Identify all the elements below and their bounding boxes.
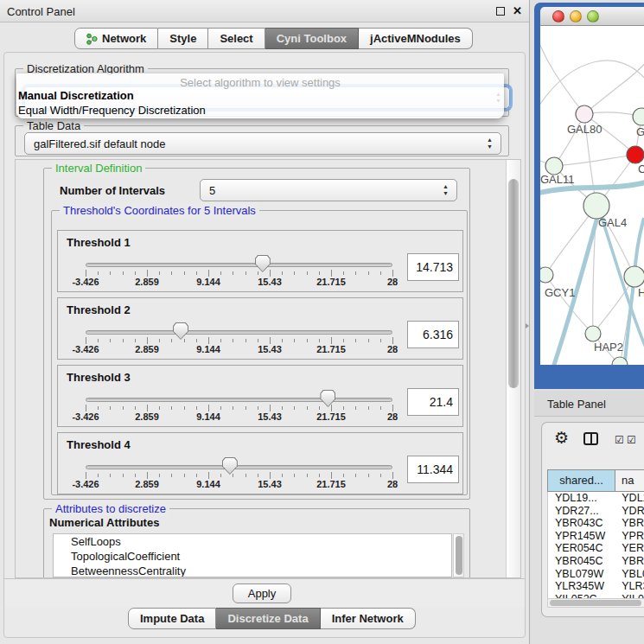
checkbox-icon[interactable]: ☑ [615,434,624,446]
dropdown-option-manual[interactable]: Manual Discretization [18,89,134,102]
table-row[interactable]: YER054CYER0 [548,542,644,555]
node-label: GAL80 [567,123,602,136]
table-row[interactable]: YDR27...YDR2 [548,505,644,518]
tick-mark [110,271,111,275]
slider-track[interactable] [86,330,392,335]
tick-mark [171,406,172,410]
dropdown-option-equal-width[interactable]: Equal Width/Frequency Discretization [18,104,206,117]
table-row[interactable]: YLR345WYLR3 [548,580,644,593]
tab-label: Infer Network [332,609,404,629]
table-panel: ⚙ ☑ ☑ shared... na YDL19...YDL1YDR27...Y… [541,422,644,617]
slider-track[interactable] [86,398,392,402]
tab-network[interactable]: Network [74,28,158,49]
settings-vertical-scrollbar[interactable] [506,160,520,577]
combo-arrows-icon: ▲▼ [486,137,494,152]
threshold-value-field[interactable]: 11.344 [407,456,459,483]
node-label: GCY1 [545,286,575,299]
combo-arrows-icon: ▲▼ [442,183,450,199]
tick-mark [110,339,111,342]
tick-mark [98,339,99,342]
tick-mark [98,271,99,275]
node-gal4[interactable] [583,193,609,219]
scale-label: 2.859 [135,344,159,354]
numerical-attributes-label: Numerical Attributes [49,516,159,529]
combo-value: galFiltered.sif default node [34,137,165,150]
tab-infer-network[interactable]: Infer Network [321,608,416,629]
threshold-value-field[interactable]: 21.4 [407,388,459,416]
network-window-titlebar[interactable] [540,7,644,26]
threshold-value-field[interactable]: 14.713 [407,253,459,281]
threshold-2-panel: Threshold 2 -3.4262.8599.14415.4321.7152… [57,297,463,360]
tab-cyni-toolbox[interactable]: Cyni Toolbox [265,28,359,49]
tick-mark [307,271,308,275]
apply-button[interactable]: Apply [233,583,291,603]
tab-jactivemnodules[interactable]: jActiveMNodules [359,28,473,49]
scale-label: 9.144 [196,411,220,422]
scale-label: 15.43 [258,344,282,354]
node-right-mid[interactable] [624,266,644,287]
tick-mark [220,406,221,410]
panel-title: Control Panel [7,5,75,18]
table-cell: YLR3 [615,580,644,593]
network-canvas[interactable]: GAL80 GA C GAL11 GAL4 GCY1 H HAP2 [540,26,644,365]
cyni-mode-tabs: Impute Data Discretize Data Infer Networ… [128,608,416,629]
tick-mark [123,339,124,342]
minimize-window-icon[interactable] [570,10,582,22]
slider-track[interactable] [86,465,392,469]
list-item[interactable]: SelfLoops [54,534,451,549]
zoom-window-icon[interactable] [587,10,599,22]
table-cell: YPR145W [548,530,615,543]
column-header-name[interactable]: na [615,469,644,492]
tick-mark [270,405,271,411]
tab-select[interactable]: Select [208,28,265,49]
close-icon[interactable]: ✕ [513,4,522,17]
table-row[interactable]: YBR043CYBR0 [548,517,644,530]
combo-value: 5 [209,184,215,197]
tick-mark [368,339,369,342]
checkbox-icon[interactable]: ☑ [627,434,636,446]
tab-discretize-data[interactable]: Discretize Data [216,608,320,629]
node-gal11[interactable] [545,157,563,175]
node-top-right[interactable] [633,108,644,125]
node-hap2[interactable] [585,326,601,341]
tick-mark [294,339,295,342]
slider-track[interactable] [86,263,392,267]
table-row[interactable]: YBL079WYBL0 [548,568,644,581]
table-row[interactable]: YBR045CYBR0 [548,555,644,568]
settings-scroll-pane: Interval Definition Number of Intervals … [15,159,521,578]
node-red-selected[interactable] [627,146,644,163]
tick-mark [233,271,233,275]
tick-mark [147,270,148,277]
table-row[interactable]: YDL19...YDL1 [548,492,644,505]
table-panel-titlebar: Table Panel [534,391,644,417]
tick-mark [380,406,381,410]
num-intervals-combobox[interactable]: 5 ▲▼ [200,179,457,201]
scrollbar-thumb[interactable] [508,179,519,388]
scrollbar-thumb[interactable] [550,600,641,606]
table-data-combobox[interactable]: galFiltered.sif default node ▲▼ [24,132,501,155]
node-label: HAP2 [594,341,623,354]
splitter-arrow-icon[interactable] [526,323,529,328]
columns-icon[interactable] [583,432,598,445]
node-gal80[interactable] [576,105,593,123]
threshold-value-field[interactable]: 6.316 [407,321,459,348]
table-row[interactable]: YPR145WYPR1 [548,530,644,543]
tick-mark [135,406,136,410]
node-gcy1[interactable] [540,267,553,283]
attributes-list-scrollbar[interactable] [453,533,464,577]
gear-icon[interactable]: ⚙ [554,428,569,448]
tick-mark [86,337,86,344]
list-item[interactable]: BetweennessCentrality [54,564,451,577]
tick-mark [123,406,124,410]
tab-impute-data[interactable]: Impute Data [128,608,216,629]
scrollbar-thumb[interactable] [456,536,462,575]
tick-mark [110,474,111,477]
tab-style[interactable]: Style [158,28,208,49]
table-horizontal-scrollbar[interactable] [547,598,644,608]
float-window-icon[interactable] [496,7,505,16]
tick-mark [380,474,381,477]
tick-mark [171,271,172,275]
column-header-shared-name[interactable]: shared... [547,469,615,492]
list-item[interactable]: TopologicalCoefficient [54,549,451,564]
close-window-icon[interactable] [552,10,564,22]
